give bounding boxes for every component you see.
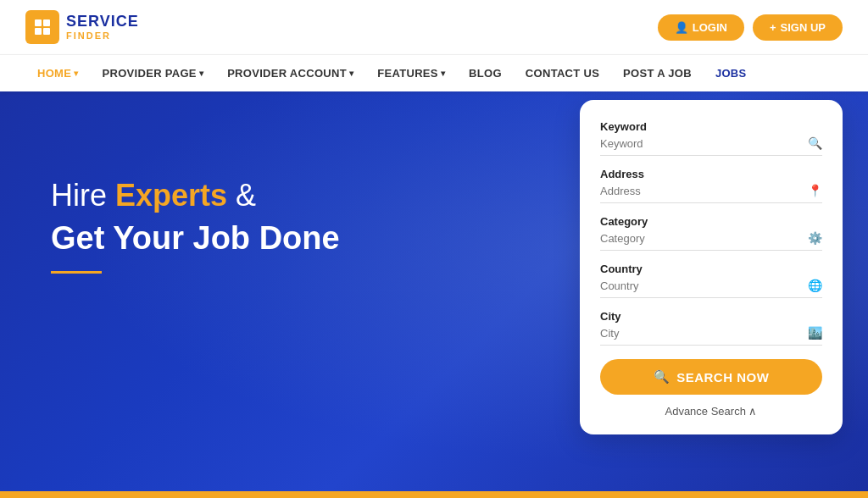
hero-hire: Hire <box>51 178 115 213</box>
hero-subheadline: Get Your Job Done <box>51 219 340 258</box>
signup-label: SIGN UP <box>781 21 826 34</box>
nav-contact-label: CONTACT US <box>526 67 599 80</box>
category-icon: ⚙️ <box>808 231 822 245</box>
svg-rect-0 <box>35 19 42 26</box>
logo-service: SERVICE <box>66 14 139 30</box>
nav-blog-label: BLOG <box>469 67 502 80</box>
advance-search-label: Advance Search ∧ <box>665 405 757 418</box>
hero-content: Hire Experts & Get Your Job Done Keyword… <box>0 91 868 498</box>
keyword-field: Keyword 🔍 <box>600 120 822 156</box>
city-label: City <box>600 310 822 323</box>
search-btn-label: SEARCH NOW <box>676 370 769 385</box>
logo-finder: FINDER <box>66 30 139 41</box>
building-icon: 🏙️ <box>808 326 822 340</box>
country-field: Country 🌐 <box>600 263 822 298</box>
bottom-accent-bar <box>0 491 868 498</box>
plus-icon: + <box>770 21 776 34</box>
nav-post-job-label: POST A JOB <box>623 67 692 80</box>
header-buttons: 👤 LOGIN + SIGN UP <box>658 14 843 41</box>
signup-button[interactable]: + SIGN UP <box>753 14 843 41</box>
nav-provider-page-label: PROVIDER PAGE <box>103 67 197 80</box>
category-input[interactable] <box>600 232 808 245</box>
hero-text: Hire Experts & Get Your Job Done <box>51 176 340 274</box>
city-field: City 🏙️ <box>600 310 822 346</box>
person-icon: 👤 <box>675 21 688 34</box>
advance-search-toggle[interactable]: Advance Search ∧ <box>600 405 822 418</box>
hero-headline: Hire Experts & <box>51 176 340 216</box>
nav-home-label: HOME <box>37 67 71 80</box>
nav-item-features[interactable]: FEATURES ▾ <box>365 55 457 92</box>
address-label: Address <box>600 168 822 180</box>
login-label: LOGIN <box>693 21 727 34</box>
navigation: HOME ▾ PROVIDER PAGE ▾ PROVIDER ACCOUNT … <box>0 54 868 91</box>
nav-home-arrow: ▾ <box>74 69 78 78</box>
nav-item-contact[interactable]: CONTACT US <box>514 55 611 92</box>
search-now-button[interactable]: 🔍 SEARCH NOW <box>600 359 822 395</box>
keyword-input[interactable] <box>600 137 808 150</box>
hero-divider <box>51 271 102 274</box>
country-input[interactable] <box>600 279 808 292</box>
login-button[interactable]: 👤 LOGIN <box>658 14 744 41</box>
city-input[interactable] <box>600 327 808 340</box>
nav-jobs-label: JOBS <box>715 67 747 80</box>
nav-item-provider-page[interactable]: PROVIDER PAGE ▾ <box>91 55 216 92</box>
keyword-input-wrap: 🔍 <box>600 136 822 156</box>
location-icon: 📍 <box>808 184 822 197</box>
nav-item-home[interactable]: HOME ▾ <box>25 55 91 92</box>
nav-provider-page-arrow: ▾ <box>199 69 203 78</box>
address-input[interactable] <box>600 185 808 197</box>
country-label: Country <box>600 263 822 275</box>
logo-text: SERVICE FINDER <box>66 14 139 41</box>
search-btn-icon: 🔍 <box>654 369 670 385</box>
search-icon: 🔍 <box>808 136 822 150</box>
hero-and: & <box>236 178 256 213</box>
nav-features-label: FEATURES <box>377 67 438 80</box>
hero-experts: Experts <box>115 178 227 213</box>
category-input-wrap: ⚙️ <box>600 231 822 251</box>
category-field: Category ⚙️ <box>600 215 822 251</box>
address-input-wrap: 📍 <box>600 184 822 203</box>
globe-icon: 🌐 <box>808 279 822 292</box>
category-label: Category <box>600 215 822 228</box>
country-input-wrap: 🌐 <box>600 279 822 298</box>
city-input-wrap: 🏙️ <box>600 326 822 346</box>
address-field: Address 📍 <box>600 168 822 203</box>
svg-rect-1 <box>43 19 50 26</box>
nav-item-post-job[interactable]: POST A JOB <box>611 55 704 92</box>
logo-icon <box>25 10 59 44</box>
header: SERVICE FINDER 👤 LOGIN + SIGN UP <box>0 0 868 54</box>
nav-item-jobs[interactable]: JOBS <box>704 55 759 92</box>
nav-provider-account-arrow: ▾ <box>349 69 353 78</box>
nav-features-arrow: ▾ <box>441 69 445 78</box>
nav-provider-account-label: PROVIDER ACCOUNT <box>227 67 347 80</box>
search-panel: Keyword 🔍 Address 📍 Category ⚙️ Country <box>580 100 843 434</box>
svg-rect-2 <box>35 28 42 35</box>
keyword-label: Keyword <box>600 120 822 133</box>
svg-rect-3 <box>43 28 50 35</box>
logo[interactable]: SERVICE FINDER <box>25 10 139 44</box>
nav-item-blog[interactable]: BLOG <box>457 55 514 92</box>
nav-item-provider-account[interactable]: PROVIDER ACCOUNT ▾ <box>215 55 365 92</box>
